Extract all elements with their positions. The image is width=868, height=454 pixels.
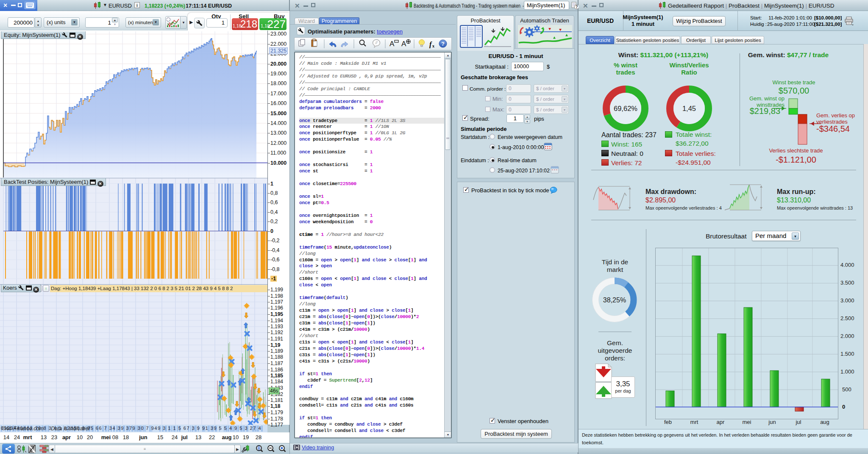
svg-text:A: A xyxy=(389,40,395,48)
svg-text:?: ? xyxy=(441,41,445,47)
svg-text:1,45: 1,45 xyxy=(682,105,696,112)
svg-text:f: f xyxy=(429,41,432,48)
svg-text:A: A xyxy=(401,40,406,48)
svg-text:x: x xyxy=(432,44,434,48)
svg-text:38,25%: 38,25% xyxy=(603,296,626,304)
svg-text:69,62%: 69,62% xyxy=(614,105,637,112)
svg-text:?: ? xyxy=(575,5,578,9)
